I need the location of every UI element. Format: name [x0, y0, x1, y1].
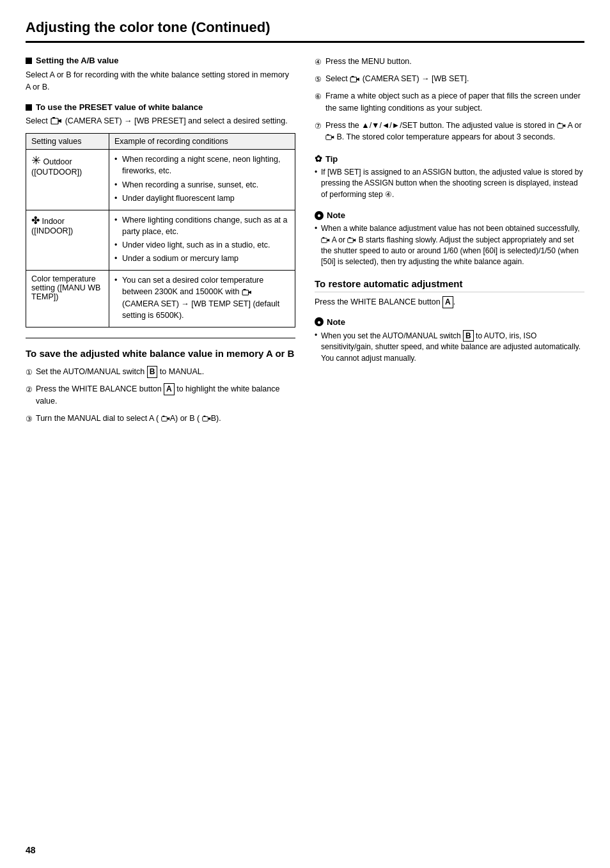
list-item: You can set a desired color temperature …	[114, 274, 290, 321]
table-cell-color-temp-setting: Color temperature setting ([MANU WB TEMP…	[26, 271, 109, 327]
svg-marker-4	[249, 291, 251, 294]
save-steps-list: ① Set the AUTO/MANUAL switch B to MANUAL…	[26, 366, 295, 425]
outdoor-conditions-list: When recording a night scene, neon light…	[114, 154, 290, 204]
wb-button-badge-a: A	[164, 383, 175, 395]
svg-marker-25	[354, 239, 356, 242]
svg-rect-20	[327, 134, 329, 136]
svg-rect-9	[202, 416, 208, 421]
indoor-icon: ✤	[31, 215, 40, 226]
svg-rect-8	[162, 416, 164, 417]
right-column: ④ Press the MENU button. ⑤ Select (CAMER…	[315, 56, 584, 842]
page-number: 48	[26, 845, 36, 855]
switch-b-badge: B	[147, 366, 158, 378]
note-icon-1: ●	[315, 211, 324, 220]
right-step-5: ⑤ Select (CAMERA SET) → [WB SET].	[315, 73, 584, 85]
step-6-text: Frame a white object such as a piece of …	[325, 90, 584, 114]
setting-ab-body: Select A or B for recording with the whi…	[26, 69, 295, 93]
svg-rect-0	[51, 118, 58, 124]
square-bullet-icon	[26, 58, 32, 64]
list-item: Under a sodium or mercury lamp	[114, 253, 290, 264]
note1-label: Note	[327, 210, 345, 220]
table-cell-indoor-setting: ✤ Indoor ([INDOOR])	[26, 210, 109, 271]
svg-marker-1	[58, 119, 61, 123]
step-5-text: Select (CAMERA SET) → [WB SET].	[325, 73, 469, 85]
tip-section: ✿ Tip If [WB SET] is assigned to an ASSI…	[315, 154, 584, 200]
svg-rect-26	[349, 237, 351, 239]
note-icon-2: ●	[315, 317, 324, 326]
table-row: Color temperature setting ([MANU WB TEMP…	[26, 271, 295, 327]
divider	[26, 338, 295, 338]
svg-rect-12	[350, 77, 356, 82]
svg-rect-17	[558, 123, 560, 124]
note2-section: ● Note When you set the AUTO/MANUAL swit…	[315, 317, 584, 365]
step-num-7: ⑦	[315, 120, 322, 132]
tip-icon: ✿	[315, 154, 322, 164]
svg-marker-10	[208, 417, 210, 420]
restore-section: To restore automatic adjustment Press th…	[315, 278, 584, 308]
step-number-3: ③	[26, 413, 33, 425]
outdoor-icon: ✳	[31, 154, 41, 167]
svg-rect-2	[52, 117, 55, 118]
tip-heading: ✿ Tip	[315, 154, 584, 164]
tip-label: Tip	[325, 154, 338, 164]
save-step-2: ② Press the WHITE BALANCE button A to hi…	[26, 383, 295, 407]
wb-button-badge-a2: A	[442, 296, 453, 308]
table-cell-outdoor-setting: ✳ Outdoor ([OUTDOOR])	[26, 150, 109, 210]
note2-label: Note	[327, 317, 345, 327]
svg-marker-16	[563, 124, 565, 127]
save-section: To save the adjusted white balance value…	[26, 347, 295, 425]
table-header-conditions: Example of recording conditions	[109, 134, 295, 150]
right-step-7: ⑦ Press the ▲/▼/◄/►/SET button. The adju…	[315, 120, 584, 144]
right-steps-list: ④ Press the MENU button. ⑤ Select (CAMER…	[315, 56, 584, 143]
svg-rect-21	[322, 238, 327, 242]
svg-rect-15	[557, 123, 563, 128]
step-num-5: ⑤	[315, 74, 322, 85]
save-heading: To save the adjusted white balance value…	[26, 347, 295, 360]
table-cell-outdoor-conditions: When recording a night scene, neon light…	[109, 150, 295, 210]
note2-body: When you set the AUTO/MANUAL switch B to…	[315, 330, 584, 365]
note1-item: When a white balance adjustment value ha…	[315, 223, 584, 268]
svg-marker-22	[327, 239, 329, 242]
wb-table: Setting values Example of recording cond…	[26, 133, 295, 327]
list-item: When recording a night scene, neon light…	[114, 154, 290, 177]
switch-b-badge-2: B	[463, 330, 474, 342]
table-row: ✳ Outdoor ([OUTDOOR]) When recording a n…	[26, 150, 295, 210]
note2-heading: ● Note	[315, 317, 584, 327]
list-item: When recording a sunrise, sunset, etc.	[114, 179, 290, 191]
page-header: Adjusting the color tone (Continued)	[26, 19, 584, 43]
restore-body: Press the WHITE BALANCE button A.	[315, 296, 584, 308]
camera-icon-preset	[50, 116, 65, 125]
tip-item: If [WB SET] is assigned to an ASSIGN but…	[315, 167, 584, 200]
svg-rect-6	[161, 416, 167, 421]
list-item: Where lighting conditions change, such a…	[114, 214, 290, 237]
setting-ab-heading: Setting the A/B value	[26, 56, 295, 65]
step-7-text: Press the ▲/▼/◄/►/SET button. The adjust…	[325, 120, 584, 144]
svg-rect-11	[203, 416, 205, 417]
note2-item: When you set the AUTO/MANUAL switch B to…	[315, 330, 584, 365]
note1-section: ● Note When a white balance adjustment v…	[315, 210, 584, 268]
preset-title: To use the PRESET value of white balance	[36, 102, 203, 112]
svg-marker-7	[167, 417, 169, 420]
note1-heading: ● Note	[315, 210, 584, 220]
step-number-2: ②	[26, 384, 33, 395]
right-step-4: ④ Press the MENU button.	[315, 56, 584, 68]
step-4-text: Press the MENU button.	[325, 56, 412, 68]
indoor-conditions-list: Where lighting conditions change, such a…	[114, 214, 290, 265]
table-row: ✤ Indoor ([INDOOR]) Where lighting condi…	[26, 210, 295, 271]
note1-body: When a white balance adjustment value ha…	[315, 223, 584, 268]
setting-ab-title: Setting the A/B value	[36, 56, 119, 65]
page: Adjusting the color tone (Continued) Set…	[0, 0, 610, 868]
table-cell-indoor-conditions: Where lighting conditions change, such a…	[109, 210, 295, 271]
svg-rect-14	[352, 76, 354, 77]
restore-heading: To restore automatic adjustment	[315, 278, 584, 292]
svg-rect-23	[322, 237, 324, 239]
table-cell-color-temp-conditions: You can set a desired color temperature …	[109, 271, 295, 327]
save-step-3: ③ Turn the MANUAL dial to select A ( A) …	[26, 413, 295, 425]
step-number-1: ①	[26, 367, 33, 378]
step-num-4: ④	[315, 56, 322, 68]
save-step-1: ① Set the AUTO/MANUAL switch B to MANUAL…	[26, 366, 295, 378]
svg-marker-13	[357, 77, 359, 81]
color-temp-conditions-list: You can set a desired color temperature …	[114, 274, 290, 321]
preset-body: Select (CAMERA SET) → [WB PRESET] and se…	[26, 115, 295, 127]
square-bullet-icon-2	[26, 104, 32, 111]
